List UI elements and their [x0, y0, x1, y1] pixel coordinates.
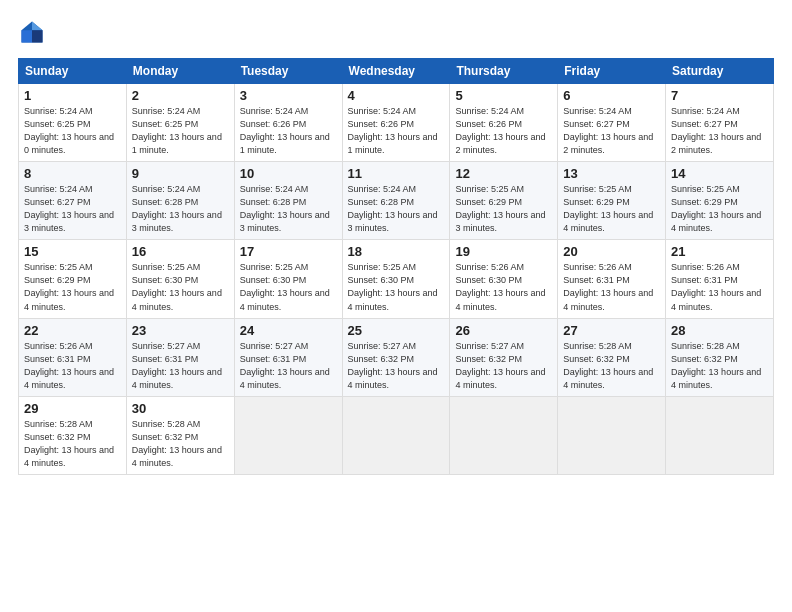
day-number: 6 — [563, 88, 660, 103]
cell-content: Sunrise: 5:25 AMSunset: 6:30 PMDaylight:… — [240, 261, 337, 313]
cell-content: Sunrise: 5:28 AMSunset: 6:32 PMDaylight:… — [132, 418, 229, 470]
calendar-cell: 1Sunrise: 5:24 AMSunset: 6:25 PMDaylight… — [19, 84, 127, 162]
calendar-week-row: 29Sunrise: 5:28 AMSunset: 6:32 PMDayligh… — [19, 396, 774, 474]
day-number: 19 — [455, 244, 552, 259]
cell-content: Sunrise: 5:25 AMSunset: 6:29 PMDaylight:… — [455, 183, 552, 235]
calendar-cell: 27Sunrise: 5:28 AMSunset: 6:32 PMDayligh… — [558, 318, 666, 396]
day-number: 3 — [240, 88, 337, 103]
day-number: 7 — [671, 88, 768, 103]
cell-content: Sunrise: 5:24 AMSunset: 6:28 PMDaylight:… — [240, 183, 337, 235]
cell-content: Sunrise: 5:24 AMSunset: 6:27 PMDaylight:… — [563, 105, 660, 157]
calendar-cell: 3Sunrise: 5:24 AMSunset: 6:26 PMDaylight… — [234, 84, 342, 162]
day-number: 30 — [132, 401, 229, 416]
weekday-header-thursday: Thursday — [450, 59, 558, 84]
day-number: 8 — [24, 166, 121, 181]
weekday-header-sunday: Sunday — [19, 59, 127, 84]
calendar-cell: 8Sunrise: 5:24 AMSunset: 6:27 PMDaylight… — [19, 162, 127, 240]
cell-content: Sunrise: 5:24 AMSunset: 6:26 PMDaylight:… — [455, 105, 552, 157]
calendar-cell — [450, 396, 558, 474]
weekday-header-saturday: Saturday — [666, 59, 774, 84]
day-number: 18 — [348, 244, 445, 259]
cell-content: Sunrise: 5:24 AMSunset: 6:28 PMDaylight:… — [132, 183, 229, 235]
calendar-cell: 24Sunrise: 5:27 AMSunset: 6:31 PMDayligh… — [234, 318, 342, 396]
calendar-cell — [234, 396, 342, 474]
cell-content: Sunrise: 5:24 AMSunset: 6:28 PMDaylight:… — [348, 183, 445, 235]
day-number: 14 — [671, 166, 768, 181]
calendar-cell: 5Sunrise: 5:24 AMSunset: 6:26 PMDaylight… — [450, 84, 558, 162]
cell-content: Sunrise: 5:26 AMSunset: 6:31 PMDaylight:… — [563, 261, 660, 313]
weekday-header-tuesday: Tuesday — [234, 59, 342, 84]
day-number: 20 — [563, 244, 660, 259]
calendar-cell: 29Sunrise: 5:28 AMSunset: 6:32 PMDayligh… — [19, 396, 127, 474]
calendar-cell: 20Sunrise: 5:26 AMSunset: 6:31 PMDayligh… — [558, 240, 666, 318]
calendar-cell: 23Sunrise: 5:27 AMSunset: 6:31 PMDayligh… — [126, 318, 234, 396]
calendar-cell: 9Sunrise: 5:24 AMSunset: 6:28 PMDaylight… — [126, 162, 234, 240]
cell-content: Sunrise: 5:24 AMSunset: 6:27 PMDaylight:… — [671, 105, 768, 157]
cell-content: Sunrise: 5:25 AMSunset: 6:29 PMDaylight:… — [563, 183, 660, 235]
cell-content: Sunrise: 5:27 AMSunset: 6:31 PMDaylight:… — [132, 340, 229, 392]
cell-content: Sunrise: 5:26 AMSunset: 6:31 PMDaylight:… — [671, 261, 768, 313]
cell-content: Sunrise: 5:26 AMSunset: 6:31 PMDaylight:… — [24, 340, 121, 392]
day-number: 22 — [24, 323, 121, 338]
cell-content: Sunrise: 5:24 AMSunset: 6:25 PMDaylight:… — [132, 105, 229, 157]
svg-marker-2 — [32, 30, 43, 42]
weekday-header-wednesday: Wednesday — [342, 59, 450, 84]
calendar-cell: 6Sunrise: 5:24 AMSunset: 6:27 PMDaylight… — [558, 84, 666, 162]
calendar-cell: 28Sunrise: 5:28 AMSunset: 6:32 PMDayligh… — [666, 318, 774, 396]
calendar-week-row: 1Sunrise: 5:24 AMSunset: 6:25 PMDaylight… — [19, 84, 774, 162]
day-number: 24 — [240, 323, 337, 338]
day-number: 26 — [455, 323, 552, 338]
calendar-table: SundayMondayTuesdayWednesdayThursdayFrid… — [18, 58, 774, 475]
calendar-cell: 30Sunrise: 5:28 AMSunset: 6:32 PMDayligh… — [126, 396, 234, 474]
day-number: 21 — [671, 244, 768, 259]
calendar-cell: 21Sunrise: 5:26 AMSunset: 6:31 PMDayligh… — [666, 240, 774, 318]
day-number: 28 — [671, 323, 768, 338]
cell-content: Sunrise: 5:28 AMSunset: 6:32 PMDaylight:… — [563, 340, 660, 392]
calendar-week-row: 15Sunrise: 5:25 AMSunset: 6:29 PMDayligh… — [19, 240, 774, 318]
cell-content: Sunrise: 5:25 AMSunset: 6:29 PMDaylight:… — [24, 261, 121, 313]
day-number: 29 — [24, 401, 121, 416]
day-number: 13 — [563, 166, 660, 181]
weekday-header-monday: Monday — [126, 59, 234, 84]
calendar-cell — [558, 396, 666, 474]
calendar-cell: 13Sunrise: 5:25 AMSunset: 6:29 PMDayligh… — [558, 162, 666, 240]
day-number: 9 — [132, 166, 229, 181]
calendar-cell: 2Sunrise: 5:24 AMSunset: 6:25 PMDaylight… — [126, 84, 234, 162]
calendar-cell: 17Sunrise: 5:25 AMSunset: 6:30 PMDayligh… — [234, 240, 342, 318]
cell-content: Sunrise: 5:24 AMSunset: 6:25 PMDaylight:… — [24, 105, 121, 157]
cell-content: Sunrise: 5:24 AMSunset: 6:26 PMDaylight:… — [348, 105, 445, 157]
logo — [18, 18, 50, 46]
calendar-week-row: 8Sunrise: 5:24 AMSunset: 6:27 PMDaylight… — [19, 162, 774, 240]
calendar-cell: 26Sunrise: 5:27 AMSunset: 6:32 PMDayligh… — [450, 318, 558, 396]
calendar-cell: 18Sunrise: 5:25 AMSunset: 6:30 PMDayligh… — [342, 240, 450, 318]
day-number: 5 — [455, 88, 552, 103]
calendar-cell: 16Sunrise: 5:25 AMSunset: 6:30 PMDayligh… — [126, 240, 234, 318]
weekday-header-row: SundayMondayTuesdayWednesdayThursdayFrid… — [19, 59, 774, 84]
cell-content: Sunrise: 5:25 AMSunset: 6:30 PMDaylight:… — [132, 261, 229, 313]
calendar-cell: 11Sunrise: 5:24 AMSunset: 6:28 PMDayligh… — [342, 162, 450, 240]
cell-content: Sunrise: 5:25 AMSunset: 6:29 PMDaylight:… — [671, 183, 768, 235]
day-number: 15 — [24, 244, 121, 259]
calendar-cell: 19Sunrise: 5:26 AMSunset: 6:30 PMDayligh… — [450, 240, 558, 318]
day-number: 10 — [240, 166, 337, 181]
cell-content: Sunrise: 5:28 AMSunset: 6:32 PMDaylight:… — [24, 418, 121, 470]
calendar-cell: 7Sunrise: 5:24 AMSunset: 6:27 PMDaylight… — [666, 84, 774, 162]
day-number: 1 — [24, 88, 121, 103]
cell-content: Sunrise: 5:24 AMSunset: 6:27 PMDaylight:… — [24, 183, 121, 235]
day-number: 16 — [132, 244, 229, 259]
svg-marker-3 — [22, 30, 33, 42]
cell-content: Sunrise: 5:26 AMSunset: 6:30 PMDaylight:… — [455, 261, 552, 313]
calendar-cell: 4Sunrise: 5:24 AMSunset: 6:26 PMDaylight… — [342, 84, 450, 162]
day-number: 2 — [132, 88, 229, 103]
svg-marker-1 — [32, 22, 43, 31]
weekday-header-friday: Friday — [558, 59, 666, 84]
calendar-cell: 14Sunrise: 5:25 AMSunset: 6:29 PMDayligh… — [666, 162, 774, 240]
calendar-week-row: 22Sunrise: 5:26 AMSunset: 6:31 PMDayligh… — [19, 318, 774, 396]
day-number: 25 — [348, 323, 445, 338]
cell-content: Sunrise: 5:27 AMSunset: 6:31 PMDaylight:… — [240, 340, 337, 392]
day-number: 11 — [348, 166, 445, 181]
cell-content: Sunrise: 5:24 AMSunset: 6:26 PMDaylight:… — [240, 105, 337, 157]
calendar-cell: 15Sunrise: 5:25 AMSunset: 6:29 PMDayligh… — [19, 240, 127, 318]
cell-content: Sunrise: 5:25 AMSunset: 6:30 PMDaylight:… — [348, 261, 445, 313]
cell-content: Sunrise: 5:28 AMSunset: 6:32 PMDaylight:… — [671, 340, 768, 392]
